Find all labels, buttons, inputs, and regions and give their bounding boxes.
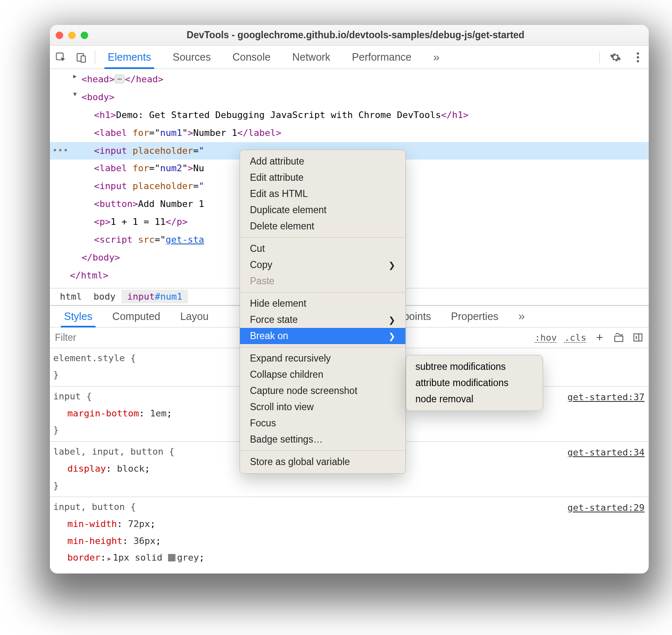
tab-console[interactable]: Console [222, 46, 282, 69]
context-menu: Add attribute Edit attribute Edit as HTM… [240, 150, 406, 474]
dom-node-head[interactable]: ▶<head>⋯</head> [50, 71, 649, 89]
svg-point-3 [637, 52, 639, 54]
rule-source-link[interactable]: get-started:34 [568, 444, 645, 461]
break-on-submenu: subtree modifications attribute modifica… [406, 355, 543, 411]
dom-node-label1[interactable]: <label for="num1">Number 1</label> [50, 124, 649, 142]
hov-toggle[interactable]: :hov [535, 332, 557, 343]
menu-paste: Paste [240, 273, 405, 289]
devtools-toolbar: Elements Sources Console Network Perform… [50, 46, 649, 69]
menu-separator [240, 237, 405, 238]
toggle-sidebar-icon[interactable] [632, 332, 644, 343]
tab-sources[interactable]: Sources [162, 46, 222, 69]
subtab-styles[interactable]: Styles [54, 306, 102, 327]
inspect-element-icon[interactable] [54, 51, 67, 64]
window-titlebar: DevTools - googlechrome.github.io/devtoo… [50, 25, 649, 46]
submenu-node-removal[interactable]: node removal [406, 391, 543, 407]
svg-point-5 [637, 60, 639, 62]
menu-capture-node-screenshot[interactable]: Capture node screenshot [240, 383, 405, 399]
window-close-button[interactable] [56, 32, 63, 39]
svg-point-4 [637, 56, 639, 58]
svg-rect-6 [615, 336, 623, 342]
menu-force-state[interactable]: Force state❯ [240, 312, 405, 328]
svg-rect-7 [634, 334, 642, 341]
menu-collapse-children[interactable]: Collapse children [240, 367, 405, 383]
css-property[interactable]: min-height: 36px; [53, 533, 645, 550]
crumb-html[interactable]: html [54, 290, 88, 303]
kebab-menu-icon[interactable] [631, 51, 645, 64]
menu-separator [240, 292, 405, 293]
crumb-body[interactable]: body [88, 290, 121, 303]
traffic-lights [56, 32, 88, 39]
dom-node-h1[interactable]: <h1>Demo: Get Started Debugging JavaScri… [50, 106, 649, 124]
css-property[interactable]: border:▶1px solid grey; [53, 549, 645, 566]
window-zoom-button[interactable] [81, 32, 88, 39]
color-swatch-icon[interactable] [168, 554, 175, 561]
device-toolbar-icon[interactable] [75, 51, 88, 64]
rule-source-link[interactable]: get-started:37 [568, 389, 645, 406]
subtab-properties[interactable]: Properties [441, 306, 509, 327]
collapsed-badge[interactable]: ⋯ [114, 74, 125, 84]
submenu-attribute-modifications[interactable]: attribute modifications [406, 375, 543, 391]
window-title: DevTools - googlechrome.github.io/devtoo… [93, 30, 643, 41]
rule-input-button[interactable]: get-started:29 input, button { min-width… [50, 497, 649, 569]
more-subtabs-icon[interactable]: » [509, 306, 535, 327]
css-property[interactable]: min-width: 72px; [53, 516, 645, 533]
menu-delete-element[interactable]: Delete element [240, 218, 405, 234]
menu-edit-as-html[interactable]: Edit as HTML [240, 186, 405, 202]
subtab-layout[interactable]: Layou [170, 306, 218, 327]
tab-network[interactable]: Network [282, 46, 341, 69]
menu-copy[interactable]: Copy❯ [240, 257, 405, 273]
subtab-computed[interactable]: Computed [102, 306, 170, 327]
settings-gear-icon[interactable] [609, 51, 622, 64]
new-style-rule-plus-icon[interactable]: + [594, 332, 605, 343]
menu-separator [240, 450, 405, 451]
menu-break-on[interactable]: Break on❯ [240, 328, 405, 344]
panel-tabs: Elements Sources Console Network Perform… [97, 46, 450, 69]
tab-performance[interactable]: Performance [341, 46, 422, 69]
selected-node-dots-icon[interactable]: ••• [52, 142, 69, 158]
crumb-input-num1[interactable]: input#num1 [121, 290, 188, 303]
menu-focus[interactable]: Focus [240, 415, 405, 431]
menu-expand-recursively[interactable]: Expand recursively [240, 350, 405, 367]
menu-badge-settings[interactable]: Badge settings… [240, 431, 405, 448]
submenu-arrow-icon: ❯ [388, 331, 395, 341]
dom-node-body-open[interactable]: ▼<body> [50, 89, 649, 106]
menu-edit-attribute[interactable]: Edit attribute [240, 170, 405, 186]
more-tabs-icon[interactable]: » [422, 46, 450, 69]
menu-separator [240, 347, 405, 347]
submenu-subtree-modifications[interactable]: subtree modifications [406, 359, 543, 375]
menu-store-as-global[interactable]: Store as global variable [240, 454, 405, 470]
window-minimize-button[interactable] [68, 32, 76, 39]
cls-toggle[interactable]: .cls [564, 332, 586, 343]
rule-source-link[interactable]: get-started:29 [568, 500, 645, 517]
computed-styles-icon[interactable] [613, 332, 625, 343]
toolbar-separator [599, 52, 600, 63]
tab-elements[interactable]: Elements [97, 46, 162, 69]
menu-duplicate-element[interactable]: Duplicate element [240, 202, 405, 218]
submenu-arrow-icon: ❯ [388, 260, 395, 270]
menu-cut[interactable]: Cut [240, 241, 405, 257]
expand-shorthand-icon[interactable]: ▶ [106, 555, 113, 562]
menu-scroll-into-view[interactable]: Scroll into view [240, 399, 405, 415]
submenu-arrow-icon: ❯ [388, 315, 395, 325]
menu-hide-element[interactable]: Hide element [240, 295, 405, 312]
menu-add-attribute[interactable]: Add attribute [240, 153, 405, 170]
svg-rect-2 [81, 56, 86, 62]
